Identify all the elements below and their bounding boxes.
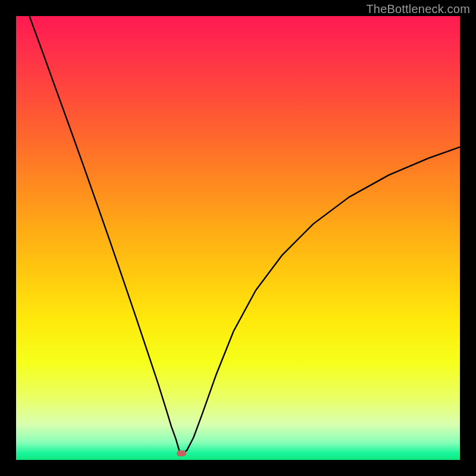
- watermark-text: TheBottleneck.com: [366, 2, 470, 16]
- optimal-point-marker: [177, 450, 186, 456]
- bottleneck-curve: [16, 16, 460, 460]
- chart-frame: TheBottleneck.com: [0, 0, 476, 476]
